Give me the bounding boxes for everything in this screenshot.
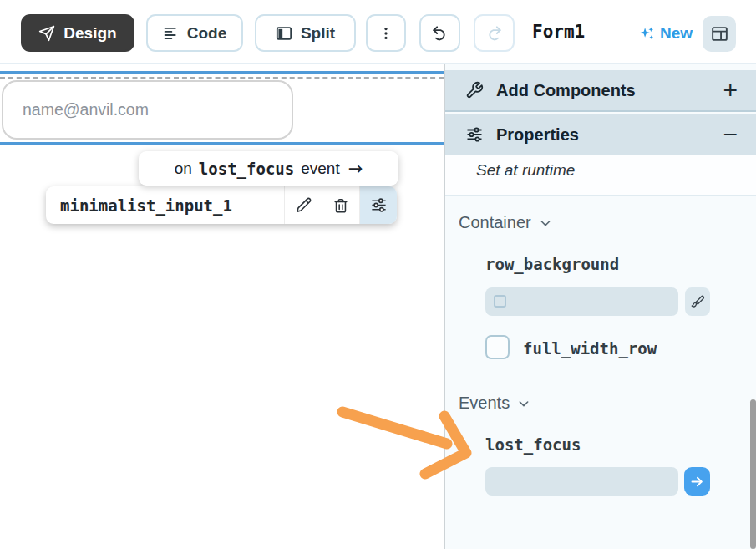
split-tab-button[interactable]: Split xyxy=(255,14,356,52)
redo-icon xyxy=(485,24,503,42)
top-toolbar: Design Code Split xyxy=(0,0,756,64)
component-toolbar: minimalist_input_1 xyxy=(46,186,397,224)
code-tab-button[interactable]: Code xyxy=(146,14,243,52)
undo-button[interactable] xyxy=(419,14,460,52)
arrow-right-icon xyxy=(689,474,705,490)
runtime-note: Set at runtime xyxy=(476,161,575,180)
panel-toggle-button[interactable] xyxy=(703,16,736,52)
arrow-right-glyph: → xyxy=(348,159,363,179)
color-swatch-icon xyxy=(494,295,506,308)
pencil-icon xyxy=(295,196,312,214)
properties-header[interactable]: Properties − xyxy=(445,114,756,155)
lost-focus-input[interactable] xyxy=(485,467,678,496)
events-section-toggle[interactable]: Events xyxy=(459,394,530,413)
split-tab-label: Split xyxy=(301,24,335,43)
event-hint-prefix: on xyxy=(175,160,192,178)
delete-component-button[interactable] xyxy=(322,186,359,224)
add-components-header[interactable]: Add Components + xyxy=(445,70,756,112)
design-canvas: on lost_focus event → minimalist_input_1 xyxy=(0,64,444,549)
redo-button[interactable] xyxy=(474,14,515,52)
full-width-row-checkbox[interactable] xyxy=(485,335,510,359)
go-to-event-handler-button[interactable] xyxy=(684,467,710,496)
events-section-label: Events xyxy=(459,394,510,413)
design-tab-button[interactable]: Design xyxy=(21,14,134,52)
event-hint-tooltip[interactable]: on lost_focus event → xyxy=(139,151,398,186)
row-background-label: row_background xyxy=(485,255,619,273)
trash-icon xyxy=(332,197,349,214)
more-options-button[interactable] xyxy=(366,14,406,52)
sparkles-icon xyxy=(638,25,656,43)
panel-layout-icon xyxy=(710,24,729,43)
lost-focus-label: lost_focus xyxy=(485,435,581,454)
design-tab-label: Design xyxy=(63,24,116,43)
container-section-toggle[interactable]: Container xyxy=(459,213,552,232)
sliders-icon xyxy=(370,196,388,214)
kebab-menu-icon xyxy=(378,25,394,42)
undo-icon xyxy=(431,24,449,42)
add-components-title: Add Components xyxy=(496,81,636,100)
section-divider xyxy=(445,195,756,196)
section-divider xyxy=(445,379,756,379)
full-width-row-label: full_width_row xyxy=(523,339,657,358)
edit-component-button[interactable] xyxy=(284,186,322,224)
drop-indicator-top xyxy=(0,71,444,74)
dashed-guide-line xyxy=(0,77,444,79)
container-section-label: Container xyxy=(459,213,531,232)
component-properties-button[interactable] xyxy=(359,186,397,224)
code-tab-label: Code xyxy=(187,24,227,43)
anvil-editor: Design Code Split xyxy=(0,0,756,549)
drop-indicator-bottom xyxy=(0,142,444,145)
properties-title: Properties xyxy=(496,125,579,145)
split-pane-icon xyxy=(276,25,292,42)
event-hint-suffix: event xyxy=(301,160,339,178)
row-background-input[interactable] xyxy=(485,287,678,316)
new-form-label: New xyxy=(660,24,693,43)
chevron-down-icon xyxy=(539,216,552,230)
color-picker-button[interactable] xyxy=(685,287,710,316)
send-icon xyxy=(38,25,55,42)
wrench-icon xyxy=(465,81,484,99)
plus-icon[interactable]: + xyxy=(723,78,738,103)
chevron-down-icon xyxy=(517,397,530,410)
new-form-button[interactable]: New xyxy=(638,21,693,46)
minimalist-input-component[interactable] xyxy=(2,80,293,140)
sidebar-scrollbar-thumb[interactable] xyxy=(750,399,756,549)
component-name-label: minimalist_input_1 xyxy=(46,186,284,224)
form-title: Form1 xyxy=(532,22,585,42)
code-lines-icon xyxy=(163,25,179,41)
event-hint-event-name: lost_focus xyxy=(199,160,294,178)
minus-icon[interactable]: − xyxy=(723,122,738,147)
sliders-icon xyxy=(465,125,484,144)
brush-icon xyxy=(690,294,706,310)
properties-sidebar: Add Components + Properties − Set at run… xyxy=(444,64,756,549)
